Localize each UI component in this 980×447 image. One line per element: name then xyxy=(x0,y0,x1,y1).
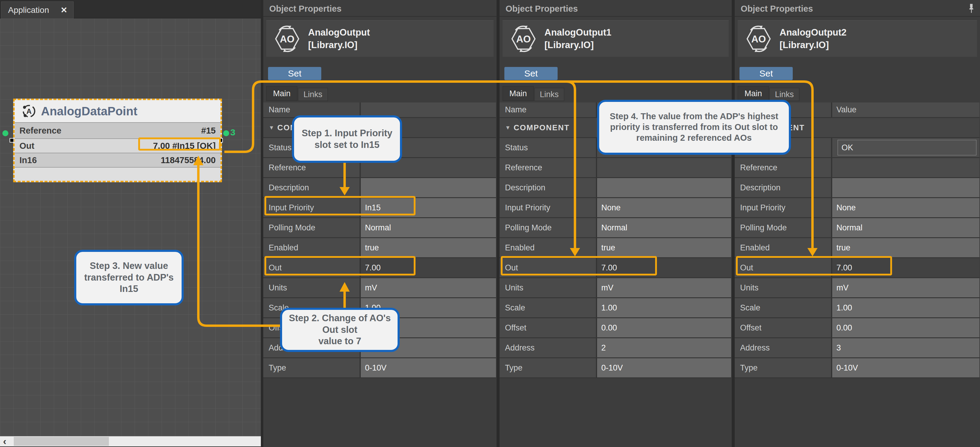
property-value[interactable]: Normal xyxy=(597,218,731,237)
object-library: [Library.IO] xyxy=(544,40,594,51)
property-value[interactable]: true xyxy=(361,238,496,257)
annotation-highlight-adp-out xyxy=(138,138,221,151)
property-value[interactable]: None xyxy=(832,198,979,217)
property-label: Description xyxy=(500,178,597,197)
property-row-offset[interactable]: Offset0.00 xyxy=(500,318,731,338)
property-row-enabled[interactable]: Enabledtrue xyxy=(263,238,496,258)
wiresheet-canvas[interactable] xyxy=(0,19,261,436)
property-row-scale[interactable]: Scale1.00 xyxy=(735,298,979,318)
property-row-polling-mode[interactable]: Polling ModeNormal xyxy=(500,218,731,238)
property-row-type[interactable]: Type0-10V xyxy=(500,358,731,378)
property-value[interactable]: Normal xyxy=(832,218,979,237)
property-value[interactable]: true xyxy=(832,238,979,257)
property-row-address[interactable]: Address3 xyxy=(735,338,979,358)
property-row-enabled[interactable]: Enabledtrue xyxy=(735,238,979,258)
property-value[interactable] xyxy=(597,158,731,177)
property-row-input-priority[interactable]: Input PriorityNone xyxy=(735,198,979,218)
property-label: Status xyxy=(500,138,597,157)
svg-text:A: A xyxy=(26,107,32,115)
property-label: Units xyxy=(263,278,361,297)
property-label: Type xyxy=(500,358,597,377)
property-value[interactable]: None xyxy=(597,198,731,217)
object-name: AnalogOutput2 xyxy=(780,27,846,38)
object-properties-panel-analog-output-1: Object Properties AO AnalogOutput1 [Libr… xyxy=(500,0,732,447)
set-button[interactable]: Set xyxy=(504,67,558,80)
property-value[interactable]: 1.00 xyxy=(832,298,979,317)
collapse-triangle-icon[interactable]: ▾ xyxy=(263,124,277,132)
property-row-description[interactable]: Description xyxy=(500,178,731,198)
property-value[interactable]: 0.00 xyxy=(597,318,731,338)
property-value[interactable]: 2 xyxy=(597,338,731,357)
property-row-address[interactable]: Address2 xyxy=(500,338,731,358)
property-value[interactable] xyxy=(361,178,496,197)
property-value[interactable]: true xyxy=(597,238,731,257)
property-label: Polling Mode xyxy=(263,218,361,237)
property-row-type[interactable]: Type0-10V xyxy=(735,358,979,378)
property-value[interactable]: 0-10V xyxy=(361,358,496,377)
grid-header-name: Name xyxy=(263,103,361,117)
tab-main[interactable]: Main xyxy=(738,86,769,101)
set-button[interactable]: Set xyxy=(268,67,321,80)
panel-tabs: MainLinks xyxy=(266,86,328,101)
property-value[interactable]: 0.00 xyxy=(832,318,979,338)
property-value[interactable]: 1.00 xyxy=(597,298,731,317)
slot-row-in16[interactable]: In16 118475584.00 xyxy=(15,153,221,167)
analog-datapoint-icon: A xyxy=(21,103,37,119)
tab-links[interactable]: Links xyxy=(534,88,564,101)
svg-text:AO: AO xyxy=(516,34,531,44)
annotation-highlight-input-priority xyxy=(264,196,415,216)
property-label: Input Priority xyxy=(735,198,832,217)
link-port-right-icon[interactable] xyxy=(223,130,229,136)
property-value[interactable]: OK xyxy=(832,138,979,157)
property-label: Reference xyxy=(500,158,597,177)
collapse-triangle-icon[interactable]: ▾ xyxy=(500,124,514,132)
scrollbar-thumb[interactable] xyxy=(14,437,109,446)
slot-row-reference[interactable]: Reference #15 xyxy=(15,123,221,139)
property-value[interactable]: mV xyxy=(832,278,979,297)
property-row-reference[interactable]: Reference xyxy=(500,158,731,178)
ao-hexagon-icon: AO xyxy=(274,25,301,52)
property-value[interactable]: 3 xyxy=(832,338,979,357)
value-field[interactable]: OK xyxy=(838,140,977,155)
property-row-description[interactable]: Description xyxy=(735,178,979,198)
property-value[interactable] xyxy=(832,178,979,197)
slot-label: Out xyxy=(15,141,34,151)
property-value[interactable]: mV xyxy=(361,278,496,297)
property-row-reference[interactable]: Reference xyxy=(735,158,979,178)
property-row-offset[interactable]: Offset0.00 xyxy=(735,318,979,338)
property-row-units[interactable]: UnitsmV xyxy=(500,278,731,298)
tab-application[interactable]: Application ✕ xyxy=(1,2,73,19)
horizontal-scrollbar[interactable]: ‹ xyxy=(0,436,261,446)
property-row-description[interactable]: Description xyxy=(263,178,496,198)
tab-links[interactable]: Links xyxy=(298,88,328,101)
close-icon[interactable]: ✕ xyxy=(60,5,73,15)
annotation-highlight-out-2 xyxy=(501,256,657,276)
property-row-input-priority[interactable]: Input PriorityNone xyxy=(500,198,731,218)
property-label: Offset xyxy=(500,318,597,338)
property-row-units[interactable]: UnitsmV xyxy=(735,278,979,298)
property-row-scale[interactable]: Scale1.00 xyxy=(500,298,731,318)
slot-value: #15 xyxy=(201,126,221,136)
tab-main[interactable]: Main xyxy=(503,86,534,101)
pin-icon[interactable] xyxy=(967,3,975,13)
property-label: Polling Mode xyxy=(500,218,597,237)
property-value[interactable]: 0-10V xyxy=(597,358,731,377)
tab-main[interactable]: Main xyxy=(266,86,298,101)
property-value[interactable] xyxy=(832,158,979,177)
property-row-enabled[interactable]: Enabledtrue xyxy=(500,238,731,258)
property-value[interactable]: Normal xyxy=(361,218,496,237)
property-value[interactable]: mV xyxy=(597,278,731,297)
property-row-units[interactable]: UnitsmV xyxy=(263,278,496,298)
link-port-left-icon[interactable] xyxy=(2,130,8,136)
scroll-left-icon[interactable]: ‹ xyxy=(3,435,6,447)
object-library: [Library.IO] xyxy=(780,40,829,51)
property-value[interactable]: 0-10V xyxy=(832,358,979,377)
property-row-polling-mode[interactable]: Polling ModeNormal xyxy=(735,218,979,238)
property-value[interactable] xyxy=(597,178,731,197)
set-button[interactable]: Set xyxy=(740,67,793,80)
object-properties-panel-analog-output: Object Properties AO AnalogOutput [Libra… xyxy=(263,0,496,447)
property-row-polling-mode[interactable]: Polling ModeNormal xyxy=(263,218,496,238)
property-row-type[interactable]: Type0-10V xyxy=(263,358,496,378)
resize-handle-left[interactable] xyxy=(10,138,14,143)
tab-links[interactable]: Links xyxy=(769,88,799,101)
